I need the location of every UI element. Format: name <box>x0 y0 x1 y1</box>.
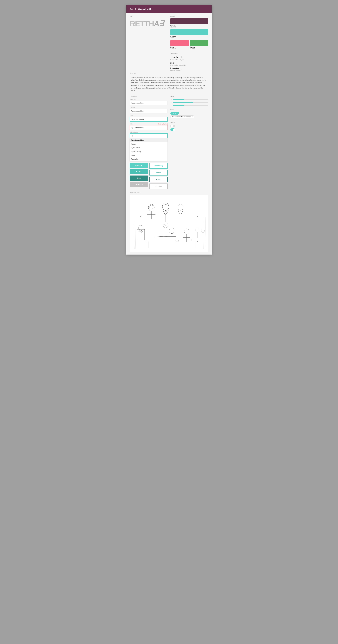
bottom-section: Input fields Single line Confirmed Activ… <box>130 96 208 190</box>
color-green-hex: #55B161 <box>190 48 209 50</box>
body-text-content: At every moment you can tell if the vibr… <box>130 75 208 93</box>
autocomplete-input[interactable] <box>130 134 168 138</box>
switch-thumb-off <box>171 125 173 127</box>
autocomplete-label: Autocomplete <box>130 132 168 133</box>
body-text-label: Body text <box>130 72 208 74</box>
slider-section: Slider 5 5 <box>170 96 208 106</box>
autocomplete-container: Type Something Typical Tyson, Mike Type … <box>130 134 168 138</box>
primary-secondary-buttons: Primary Hover Click Disabled Secondary H… <box>130 163 168 190</box>
autocomplete-item-3[interactable]: Type anything <box>130 150 168 154</box>
secondary-buttons-col: Secondary Hover Click Disabled <box>149 163 168 190</box>
page-title: Rett eller Galt style guide <box>130 8 152 10</box>
click-primary-button[interactable]: Click <box>130 176 148 181</box>
confirmed-input[interactable] <box>130 109 168 113</box>
widgets-col: Slider 5 5 <box>170 96 208 190</box>
color-pink-item: Pink #F76887 <box>170 40 189 51</box>
logo-section: Logo RETTHAƎ <box>130 16 168 72</box>
failed-label: Failed <box>130 123 133 125</box>
slider-value-3: 5 <box>170 104 172 106</box>
color-primary-swatch <box>170 18 208 24</box>
chips-container: Chips ✕ Antidisestablishmentarianism ✕ <box>170 112 208 119</box>
autocomplete-item-4[interactable]: Tyrell <box>130 154 168 157</box>
slider-row-2: 5 <box>170 102 208 103</box>
typography-desc-meta: Roboto Regular, 14 <box>170 70 208 71</box>
autocomplete-item-0[interactable]: Type Something <box>130 138 168 142</box>
switch-off[interactable] <box>170 125 175 127</box>
body-text-section: Body text At every moment you can tell i… <box>130 72 208 93</box>
switch-on[interactable] <box>170 128 175 131</box>
slider-track-1[interactable] <box>173 99 208 100</box>
slider-track-2[interactable] <box>173 102 208 103</box>
color-green-swatch <box>190 40 209 46</box>
notification-text: Notification text <box>158 123 168 125</box>
typography-header1-meta: Merriweather Bold, 24 <box>170 59 208 60</box>
color-row-pink-green: Pink #F76887 Green #55B161 <box>170 40 208 51</box>
logo-display: RETTHAƎ <box>130 18 168 29</box>
top-section: Logo RETTHAƎ Colour Primary #61364D Acce… <box>130 16 208 72</box>
typography-desc: Description <box>170 67 208 69</box>
hover-secondary-button[interactable]: Hover <box>149 170 168 176</box>
input-active-group: Active <box>130 115 168 122</box>
slider-fill-3 <box>173 105 184 106</box>
colour-label: Colour <box>170 16 208 17</box>
logo-label: Logo <box>130 16 168 17</box>
slider-thumb-1[interactable] <box>183 99 184 100</box>
autocomplete-dropdown: Type Something Typical Tyson, Mike Type … <box>130 138 168 161</box>
chip-chips-label: Chips <box>172 112 176 114</box>
failed-label-row: Failed Notification text <box>130 123 168 125</box>
color-primary-hex: #61364D <box>170 26 208 28</box>
input-confirmed-group: Confirmed <box>130 107 168 113</box>
color-pink-hex: #F76887 <box>170 48 189 50</box>
typography-header1: Header 1 <box>170 55 208 59</box>
slider-row-3: 5 <box>170 104 208 106</box>
color-primary-name: Primary <box>170 24 208 26</box>
main-content: Logo RETTHAƎ Colour Primary #61364D Acce… <box>126 13 212 254</box>
switch-section: Switch <box>170 122 208 131</box>
switch-row-off <box>170 125 208 127</box>
slider-value-2: 5 <box>170 102 172 103</box>
slider-track-3[interactable] <box>173 105 208 106</box>
chip-chips-close[interactable]: ✕ <box>176 112 178 114</box>
typography-body: Body <box>170 62 208 64</box>
input-fields-label: Input fields <box>130 96 168 97</box>
typography-body-meta: Merriweather Regular, 18 <box>170 64 208 66</box>
chip-antidis[interactable]: Antidisestablishmentarianism ✕ <box>170 116 194 118</box>
color-accent-hex: #5BD0C4 <box>170 37 208 39</box>
slider-thumb-2[interactable] <box>192 102 193 103</box>
click-secondary-button[interactable]: Click <box>149 176 168 182</box>
autocomplete-item-5[interactable]: Typewriter <box>130 157 168 161</box>
page-wrapper: Rett eller Galt style guide Logo RETTHAƎ… <box>126 6 212 254</box>
slider-thumb-3[interactable] <box>183 104 184 106</box>
failed-input[interactable] <box>130 125 168 130</box>
inputs-buttons-col: Input fields Single line Confirmed Activ… <box>130 96 168 190</box>
primary-button[interactable]: Primary <box>130 163 148 168</box>
slider-label: Slider <box>170 96 208 97</box>
input-autocomplete-group: Autocomplete Type Something Typical Tyso… <box>130 132 168 138</box>
color-pink-swatch <box>170 40 189 46</box>
chip-antidis-close[interactable]: ✕ <box>192 116 193 118</box>
active-label: Active <box>130 115 168 116</box>
color-green-item: Green #55B161 <box>190 40 209 51</box>
chip-chips[interactable]: Chips ✕ <box>170 112 179 114</box>
illustration-svg <box>130 195 208 252</box>
chips-section: Chips Chips ✕ Antidisestablishmentariani… <box>170 109 208 119</box>
active-input[interactable] <box>130 117 168 122</box>
primary-buttons-col: Primary Hover Click Disabled <box>130 163 148 190</box>
input-single-line-group: Single line <box>130 99 168 105</box>
confirmed-label: Confirmed <box>130 107 168 108</box>
autocomplete-item-1[interactable]: Typical <box>130 142 168 146</box>
switch-label: Switch <box>170 122 208 123</box>
single-line-input[interactable] <box>130 101 168 105</box>
color-accent-name: Accent <box>170 35 208 37</box>
secondary-button[interactable]: Secondary <box>149 163 168 168</box>
illustration-placeholder <box>130 195 208 252</box>
switch-thumb-on <box>173 129 175 131</box>
single-line-label: Single line <box>130 99 168 100</box>
typography-label: Typography <box>170 52 208 54</box>
switch-row-on <box>170 128 208 131</box>
disabled-primary-button: Disabled <box>130 182 148 187</box>
chip-antidis-label: Antidisestablishmentarianism <box>172 116 191 118</box>
autocomplete-item-2[interactable]: Tyson, Mike <box>130 146 168 150</box>
hover-primary-button[interactable]: Hover <box>130 169 148 174</box>
color-accent-swatch <box>170 29 208 35</box>
